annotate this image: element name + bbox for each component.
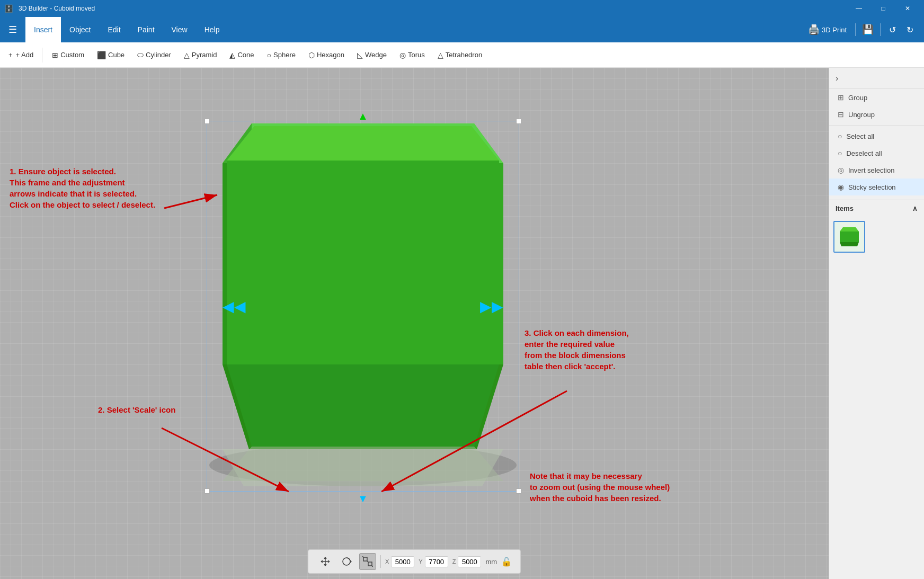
items-header[interactable]: Items ∧ <box>829 200 924 217</box>
custom-label: Custom <box>60 51 84 59</box>
svg-rect-17 <box>363 557 367 561</box>
move-button[interactable] <box>317 553 334 570</box>
panel-sticky-selection[interactable]: ◉ Sticky selection <box>829 179 924 195</box>
shape-hexagon[interactable]: ⬡ Hexagon <box>303 48 350 63</box>
shape-cube[interactable]: ⬛ Cube <box>92 48 130 63</box>
print-label: 3D Print <box>822 26 847 34</box>
annotation-1: 1. Ensure object is selected. This frame… <box>10 166 155 210</box>
add-button[interactable]: + + Add <box>4 48 38 62</box>
pyramid-icon: △ <box>184 51 190 59</box>
panel-group[interactable]: ⊞ Group <box>829 89 924 106</box>
menu-item-view[interactable]: View <box>163 17 196 42</box>
shape-cone[interactable]: ◭ Cone <box>224 48 259 63</box>
select-all-icon: ○ <box>838 132 842 140</box>
arrow-bottom[interactable]: ▼ <box>358 493 368 505</box>
deselect-all-icon: ○ <box>838 149 842 157</box>
menu-item-help[interactable]: Help <box>196 17 228 42</box>
menu-separator-2 <box>880 23 881 36</box>
shape-cylinder[interactable]: ⬭ Cylinder <box>132 47 176 63</box>
menu-item-insert[interactable]: Insert <box>25 17 61 42</box>
ungroup-label: Ungroup <box>848 111 875 119</box>
app-icon: 🗄️ <box>4 4 13 13</box>
cube-icon: ⬛ <box>97 51 106 59</box>
shape-sphere[interactable]: ○ Sphere <box>262 48 301 63</box>
arrow-left[interactable]: ◀◀ <box>223 298 246 315</box>
cylinder-label: Cylinder <box>146 51 171 59</box>
svg-marker-16 <box>350 560 352 563</box>
items-grid <box>829 217 924 257</box>
sphere-icon: ○ <box>267 51 271 59</box>
arrow-right[interactable]: ▶▶ <box>480 298 503 315</box>
shape-torus[interactable]: ◎ Torus <box>394 48 430 63</box>
panel-select-all[interactable]: ○ Select all <box>829 128 924 145</box>
panel-invert-selection[interactable]: ◎ Invert selection <box>829 162 924 179</box>
print-icon: 🖨️ <box>808 24 820 35</box>
item-thumbnail-1[interactable] <box>833 221 865 253</box>
items-title: Items <box>836 204 854 212</box>
z-coord: Z 5000 <box>452 556 482 567</box>
titlebar: 🗄️ 3D Builder - Cuboid moved — □ ✕ <box>0 0 924 17</box>
annotation-4: Note that it may be necessary to zoom ou… <box>530 470 670 504</box>
save-icon[interactable]: 💾 <box>860 22 876 38</box>
bottom-toolbar: X 5000 Y 7700 Z 5000 mm 🔓 <box>308 549 521 574</box>
z-value[interactable]: 5000 <box>458 556 481 567</box>
lock-button[interactable]: 🔓 <box>501 557 512 567</box>
shape-wedge[interactable]: ◺ Wedge <box>352 48 392 63</box>
group-label: Group <box>848 94 867 102</box>
invert-selection-label: Invert selection <box>848 166 894 174</box>
items-collapse-icon: ∧ <box>912 204 918 212</box>
shape-tetrahedron[interactable]: △ Tetrahedron <box>432 48 487 63</box>
cube-label: Cube <box>108 51 125 59</box>
svg-rect-23 <box>840 231 859 242</box>
x-coord: X 5000 <box>385 556 414 567</box>
invert-selection-icon: ◎ <box>838 166 844 174</box>
undo-button[interactable]: ↺ <box>885 23 900 37</box>
handle-top-left[interactable] <box>205 119 210 124</box>
panel-collapse-button[interactable]: › <box>829 68 924 89</box>
x-value[interactable]: 5000 <box>391 556 414 567</box>
handle-top-right[interactable] <box>516 119 521 124</box>
handle-bottom-left[interactable] <box>205 488 210 494</box>
svg-marker-24 <box>840 242 859 246</box>
y-value[interactable]: 7700 <box>425 556 448 567</box>
menu-separator <box>855 23 856 36</box>
undo-redo-controls: ↺ ↻ <box>885 23 918 37</box>
ungroup-icon: ⊟ <box>838 110 844 119</box>
shape-container[interactable]: ▲ ◀◀ ▶▶ ▼ <box>207 121 519 492</box>
tetrahedron-icon: △ <box>438 51 443 59</box>
arrow-top[interactable]: ▲ <box>358 110 368 122</box>
close-button[interactable]: ✕ <box>895 0 920 17</box>
svg-rect-18 <box>368 562 372 566</box>
y-coord: Y 7700 <box>419 556 448 567</box>
items-section: Items ∧ <box>829 200 924 257</box>
right-panel: › ⊞ Group ⊟ Ungroup ○ Select all ○ Desel… <box>829 68 924 579</box>
pyramid-label: Pyramid <box>192 51 217 59</box>
shape-pyramid[interactable]: △ Pyramid <box>179 48 223 63</box>
custom-icon: ⊞ <box>52 51 58 59</box>
tetrahedron-label: Tetrahedron <box>446 51 482 59</box>
maximize-button[interactable]: □ <box>871 0 895 17</box>
wedge-icon: ◺ <box>357 51 363 59</box>
group-icon: ⊞ <box>838 93 844 102</box>
print-3d-button[interactable]: 🖨️ 3D Print <box>804 22 851 38</box>
svg-line-19 <box>367 561 368 562</box>
panel-deselect-all[interactable]: ○ Deselect all <box>829 145 924 162</box>
sticky-selection-icon: ◉ <box>838 183 844 191</box>
menubar: ☰ Insert Object Edit Paint View Help 🖨️ … <box>0 17 924 42</box>
handle-bottom-right[interactable] <box>516 488 521 494</box>
hamburger-menu[interactable]: ☰ <box>0 17 25 42</box>
torus-label: Torus <box>408 51 425 59</box>
redo-button[interactable]: ↻ <box>902 23 918 37</box>
deselect-all-label: Deselect all <box>846 149 882 157</box>
menu-item-paint[interactable]: Paint <box>129 17 163 42</box>
canvas-area[interactable]: ▲ ◀◀ ▶▶ ▼ <box>0 68 829 579</box>
shape-custom[interactable]: ⊞ Custom <box>47 48 90 63</box>
menu-item-object[interactable]: Object <box>61 17 99 42</box>
menu-item-edit[interactable]: Edit <box>99 17 129 42</box>
rotate-button[interactable] <box>338 553 355 570</box>
sticky-selection-label: Sticky selection <box>848 183 896 191</box>
minimize-button[interactable]: — <box>847 0 871 17</box>
scale-button[interactable] <box>359 553 376 570</box>
selection-frame <box>207 121 519 492</box>
panel-ungroup[interactable]: ⊟ Ungroup <box>829 106 924 123</box>
